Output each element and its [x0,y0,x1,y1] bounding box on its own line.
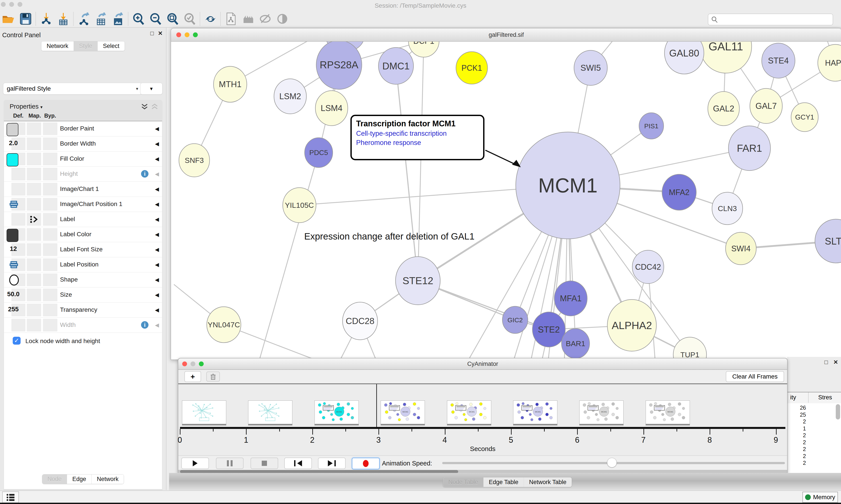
search-input[interactable] [718,16,824,23]
close-table-icon[interactable]: ✕ [833,360,838,365]
property-row[interactable]: Shape◀ [4,272,162,287]
frame-thumbnail-1[interactable] [248,400,292,424]
skip-to-end-button[interactable] [318,457,345,469]
network-window-titlebar[interactable]: galFiltered.sif [171,29,841,41]
map-cell[interactable] [27,304,41,317]
node-SLT2[interactable]: SLT2 [815,219,841,263]
lock-checkbox[interactable]: ✓ [13,337,21,345]
frame-thumbnail-3[interactable]: MCM1 [381,400,425,424]
frame-thumbnail-6[interactable]: MCM1 [579,400,624,424]
property-row[interactable]: Image/Chart 1◀ [4,182,162,197]
default-swatch[interactable] [6,123,18,136]
cyanimator-titlebar[interactable]: CyAnimator [178,358,787,370]
play-button[interactable] [181,457,209,469]
node-SNF3[interactable]: SNF3 [179,144,210,177]
expand-row-icon[interactable]: ◀ [155,292,159,298]
expand-row-icon[interactable]: ◀ [155,201,159,207]
expand-all-icon[interactable] [141,103,148,111]
import-network-icon[interactable] [38,12,55,26]
tab-node[interactable]: Node [42,474,67,484]
info-icon[interactable]: i [141,321,148,329]
node-SWI5[interactable]: SWI5 [574,50,607,85]
node-YIL105C[interactable]: YIL105C [283,187,316,223]
node-PIS1[interactable]: PIS1 [639,113,664,139]
record-button[interactable] [352,457,380,469]
node-GAL80[interactable]: GAL80 [664,41,704,74]
node-CLN3[interactable]: CLN3 [712,192,742,224]
node-SWI4[interactable]: SWI4 [726,232,756,265]
byp-cell[interactable] [43,138,57,150]
byp-cell[interactable] [43,243,57,256]
map-cell[interactable] [27,258,41,271]
zoom-selected-icon[interactable] [181,12,198,26]
node-CDC42[interactable]: CDC42 [632,250,664,284]
def-cell[interactable] [12,168,25,180]
position-icon[interactable] [10,200,18,208]
network-canvas[interactable]: RPS28ADMC1DCP1PCK1SWI5GAL11GAL80STE4HAP2… [171,41,841,360]
node-GAL2[interactable]: GAL2 [708,91,739,126]
property-row[interactable]: Label◀ [4,212,162,227]
timeline-playhead[interactable] [376,384,377,427]
frame-thumbnail-2[interactable]: MCM1 [315,400,359,424]
refresh-layout-icon[interactable] [202,12,219,26]
zoom-fit-icon[interactable] [164,12,181,26]
pause-button[interactable] [216,457,244,469]
map-cell[interactable] [27,243,41,256]
byp-cell[interactable] [43,289,57,301]
stop-button[interactable] [251,457,278,469]
ellipse-shape-icon[interactable] [8,274,20,286]
property-row[interactable]: 2.0Border Width◀ [4,137,162,151]
byp-cell[interactable] [43,258,57,271]
default-swatch[interactable] [6,153,18,166]
map-cell[interactable] [27,319,41,331]
expand-row-icon[interactable]: ◀ [155,186,159,192]
zoom-in-icon[interactable] [130,12,147,26]
expand-row-icon[interactable]: ◀ [155,322,159,328]
close-panel-icon[interactable]: ✕ [158,31,163,36]
expand-row-icon[interactable]: ◀ [155,126,159,132]
tab-edge[interactable]: Edge [67,474,91,484]
def-cell[interactable] [12,183,25,196]
map-cell[interactable] [27,289,41,301]
node-MTH1[interactable]: MTH1 [214,66,247,102]
node-DMC1[interactable]: DMC1 [378,48,413,84]
clear-all-frames-button[interactable]: Clear All Frames [726,371,784,382]
memory-button[interactable]: Memory [803,492,838,503]
def-cell[interactable] [12,213,25,226]
birdseye-view-icon[interactable] [239,12,257,26]
hide-graphics-details-icon[interactable] [257,12,274,26]
collapse-all-icon[interactable] [151,103,159,111]
property-row[interactable]: Label Position◀ [4,257,162,272]
byp-cell[interactable] [43,273,57,286]
default-value[interactable]: 50.0 [4,290,23,298]
node-STE12[interactable]: STE12 [395,257,440,305]
map-cell[interactable] [27,183,41,196]
frame-thumbnail-4[interactable]: MCM1 [447,400,491,424]
open-session-icon[interactable] [0,12,17,26]
default-value[interactable]: 2.0 [4,140,23,147]
byp-cell[interactable] [43,168,57,180]
node-MFA2[interactable]: MFA2 [662,174,696,210]
property-row[interactable]: 12Label Font Size◀ [4,242,162,257]
byp-cell[interactable] [43,319,57,331]
byp-cell[interactable] [43,152,57,165]
property-row[interactable]: iHeight◀ [4,167,162,182]
property-row[interactable]: 255Transparency◀ [4,303,162,318]
byp-cell[interactable] [43,183,57,196]
expand-row-icon[interactable]: ◀ [155,171,159,177]
node-PDC5[interactable]: PDC5 [305,138,333,167]
import-table-icon[interactable] [55,12,72,26]
export-network-icon[interactable] [75,12,92,26]
map-cell[interactable] [27,168,41,180]
map-cell[interactable] [27,273,41,286]
style-options-button[interactable]: ▾ [140,83,162,94]
node-MCM1[interactable]: MCM1 [516,132,620,239]
mcm1-annotation[interactable]: Transcription factor MCM1 Cell-type-spec… [351,115,484,160]
show-graphics-details-icon[interactable] [274,12,291,26]
skip-to-start-button[interactable] [284,457,312,469]
network-snapshot-icon[interactable] [222,12,239,26]
float-panel-icon[interactable]: □ [149,31,155,36]
node-TUP1[interactable]: TUP1 [673,337,706,360]
tab-style[interactable]: Style [74,41,97,51]
node-LSM2[interactable]: LSM2 [274,79,306,114]
